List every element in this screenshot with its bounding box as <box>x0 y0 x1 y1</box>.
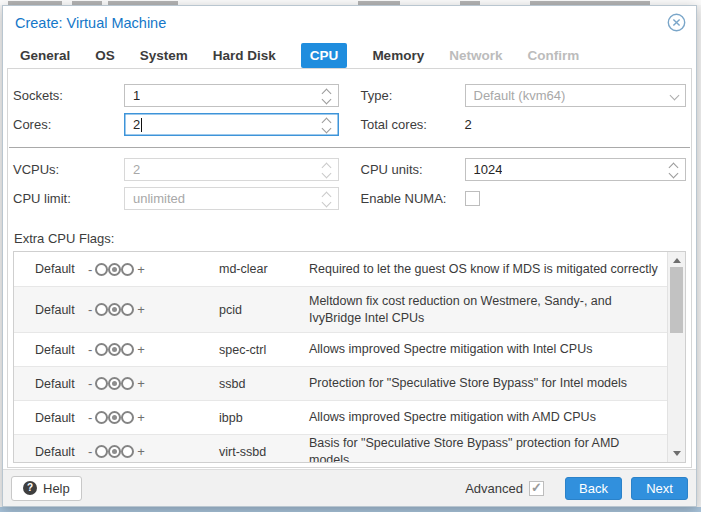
flag-tristate-ssbd[interactable]: -+ <box>85 376 163 391</box>
spinner-arrows-icon[interactable] <box>321 87 333 105</box>
cpu-units-spinner[interactable]: 1024 <box>465 158 687 181</box>
radio-off-icon <box>95 303 108 316</box>
create-vm-dialog: Create: Virtual Machine General OS Syste… <box>2 5 697 507</box>
dialog-titlebar: Create: Virtual Machine <box>3 6 696 36</box>
scroll-down-icon[interactable] <box>673 451 681 456</box>
close-icon[interactable] <box>667 13 686 32</box>
spinner-arrows-icon[interactable] <box>668 161 680 179</box>
flag-row-pcid: Default -+ pcid Meltdown fix cost reduct… <box>14 286 667 332</box>
next-button[interactable]: Next <box>631 477 688 500</box>
radio-on-icon <box>121 445 134 458</box>
back-button[interactable]: Back <box>565 477 622 500</box>
total-cores-label: Total cores: <box>361 117 465 132</box>
dialog-footer: ? Help Advanced Back Next <box>3 469 696 506</box>
radio-on-icon <box>121 263 134 276</box>
extra-cpu-flags-label: Extra CPU Flags: <box>14 231 691 246</box>
total-cores-value: 2 <box>465 117 472 132</box>
flag-row-spec-ctrl: Default -+ spec-ctrl Allows improved Spe… <box>14 332 667 366</box>
flag-row-virt-ssbd: Default -+ virt-ssbd Basis for "Speculat… <box>14 434 667 463</box>
radio-off-icon <box>95 445 108 458</box>
tab-confirm: Confirm <box>527 48 579 63</box>
radio-default-icon <box>108 303 121 316</box>
dialog-title: Create: Virtual Machine <box>15 15 166 31</box>
spinner-arrows-icon <box>321 161 333 179</box>
vcpus-label: VCPUs: <box>13 162 124 177</box>
tab-os[interactable]: OS <box>95 48 115 63</box>
radio-default-icon <box>108 263 121 276</box>
spinner-arrows-icon <box>321 190 333 208</box>
radio-default-icon <box>108 411 121 424</box>
sockets-label: Sockets: <box>13 88 124 103</box>
chevron-down-icon <box>670 91 680 101</box>
radio-default-icon <box>108 343 121 356</box>
background-page-edge <box>0 507 701 512</box>
radio-on-icon <box>121 411 134 424</box>
advanced-label: Advanced <box>465 481 523 496</box>
cores-spinner[interactable]: 2 <box>124 113 339 136</box>
scrollbar-thumb[interactable] <box>670 267 683 333</box>
flag-row-ibpb: Default -+ ibpb Allows improved Spectre … <box>14 400 667 434</box>
radio-off-icon <box>95 411 108 424</box>
sockets-spinner[interactable]: 1 <box>124 84 339 107</box>
cores-label: Cores: <box>13 117 124 132</box>
flag-tristate-virt-ssbd[interactable]: -+ <box>85 444 163 459</box>
flag-row-ssbd: Default -+ ssbd Protection for "Speculat… <box>14 366 667 400</box>
tab-system[interactable]: System <box>140 48 188 63</box>
radio-on-icon <box>121 343 134 356</box>
advanced-checkbox[interactable] <box>529 481 544 496</box>
spinner-arrows-icon[interactable] <box>321 116 333 134</box>
enable-numa-checkbox[interactable] <box>465 191 480 206</box>
cpu-limit-spinner: unlimited <box>124 187 339 210</box>
help-button[interactable]: ? Help <box>11 476 82 501</box>
question-circle-icon: ? <box>23 481 37 495</box>
tab-network: Network <box>449 48 502 63</box>
radio-off-icon <box>95 343 108 356</box>
tab-cpu[interactable]: CPU <box>301 43 348 68</box>
tab-bar: General OS System Hard Disk CPU Memory N… <box>20 42 696 69</box>
flag-tristate-pcid[interactable]: -+ <box>85 302 163 317</box>
flag-tristate-ibpb[interactable]: -+ <box>85 410 163 425</box>
vcpus-spinner: 2 <box>124 158 339 181</box>
cpu-flags-table: Default -+ md-clear Required to let the … <box>13 251 686 463</box>
advanced-divider <box>9 147 690 148</box>
cpu-form-panel: Sockets: 1 Cores: 2 Type: <box>7 68 692 468</box>
flags-scrollbar[interactable] <box>667 252 685 462</box>
enable-numa-label: Enable NUMA: <box>361 191 465 206</box>
radio-off-icon <box>95 263 108 276</box>
cpu-units-label: CPU units: <box>361 162 465 177</box>
tab-hard-disk[interactable]: Hard Disk <box>213 48 276 63</box>
flag-row-md-clear: Default -+ md-clear Required to let the … <box>14 252 667 286</box>
cpu-type-combo[interactable]: Default (kvm64) <box>465 84 687 107</box>
help-button-label: Help <box>43 481 70 496</box>
radio-default-icon <box>108 445 121 458</box>
radio-on-icon <box>121 377 134 390</box>
cpu-limit-label: CPU limit: <box>13 191 124 206</box>
radio-default-icon <box>108 377 121 390</box>
radio-on-icon <box>121 303 134 316</box>
flag-tristate-spec-ctrl[interactable]: -+ <box>85 342 163 357</box>
radio-off-icon <box>95 377 108 390</box>
flag-tristate-md-clear[interactable]: -+ <box>85 262 163 277</box>
text-cursor <box>141 118 142 132</box>
scroll-up-icon[interactable] <box>673 258 681 263</box>
tab-memory[interactable]: Memory <box>372 48 424 63</box>
type-label: Type: <box>361 88 465 103</box>
tab-general[interactable]: General <box>20 48 70 63</box>
